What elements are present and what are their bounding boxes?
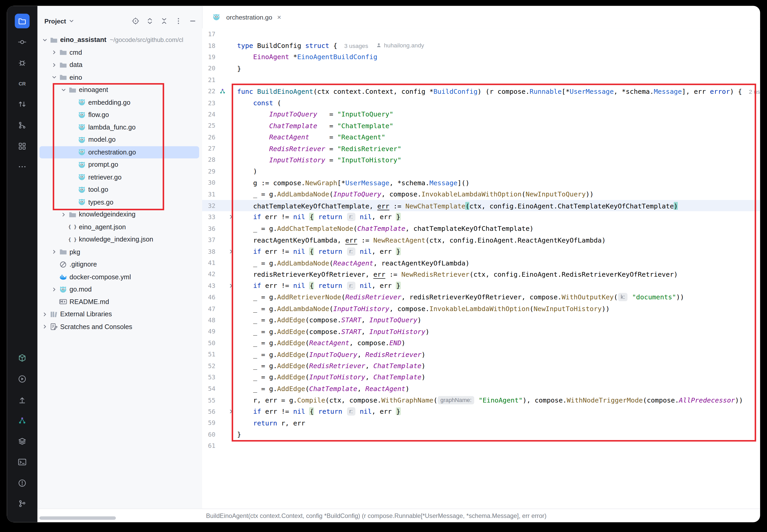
tree-item-cmd[interactable]: cmd: [39, 46, 199, 59]
project-panel-title[interactable]: Project: [44, 17, 66, 25]
line-number[interactable]: 22: [202, 88, 215, 95]
line-number[interactable]: 60: [202, 431, 215, 438]
line-number[interactable]: 41: [202, 259, 215, 267]
tree-item-gitignore[interactable]: .gitignore: [39, 258, 199, 271]
fold-expand-icon[interactable]: [228, 214, 233, 220]
line-number[interactable]: 48: [202, 316, 215, 324]
code-line-42[interactable]: 42 redisRetrieverKeyOfRetriever, err := …: [202, 269, 760, 280]
eino-graph-gutter-icon[interactable]: [219, 88, 226, 94]
line-number[interactable]: 46: [202, 293, 215, 301]
fold-expand-icon[interactable]: [228, 249, 233, 254]
line-number[interactable]: 47: [202, 305, 215, 312]
fold-expand-icon[interactable]: [228, 409, 233, 414]
tree-item-lambda-func-go[interactable]: lambda_func.go: [39, 121, 199, 134]
tree-item-external-libraries[interactable]: External Libraries: [39, 308, 199, 320]
chevron-down-icon[interactable]: [69, 18, 75, 24]
code-line-43[interactable]: 43 if err != nil { return r: nil, err }: [202, 280, 760, 292]
line-number[interactable]: 21: [202, 76, 215, 83]
tree-item-readme-md[interactable]: README.md: [39, 296, 199, 308]
expand-all-icon[interactable]: [145, 17, 154, 26]
more-tools-icon[interactable]: [15, 159, 30, 174]
code-line-18[interactable]: 18type BuildConfig struct {3 usageshuhai…: [202, 40, 760, 51]
line-number[interactable]: 52: [202, 362, 215, 369]
line-number[interactable]: 18: [202, 42, 215, 49]
line-number[interactable]: 24: [202, 110, 215, 118]
tree-item-einoagent[interactable]: einoagent: [39, 84, 199, 96]
line-number[interactable]: 28: [202, 156, 215, 164]
tree-horizontal-scrollbar[interactable]: [39, 516, 116, 520]
chevron-down-icon[interactable]: [40, 36, 49, 44]
chevron-down-icon[interactable]: [59, 86, 68, 94]
line-number[interactable]: 20: [202, 65, 215, 72]
code-line-41[interactable]: 41 _ = g.AddLambdaNode(ReactAgent, react…: [202, 257, 760, 269]
collapse-all-icon[interactable]: [160, 17, 169, 26]
debug-tool-icon[interactable]: [15, 55, 30, 70]
code-line-23[interactable]: 23 const (: [202, 97, 760, 108]
tree-item-eino[interactable]: eino: [39, 71, 199, 84]
parameter-hint-inlay[interactable]: r:: [347, 247, 355, 256]
parameter-hint-inlay[interactable]: r:: [347, 282, 355, 290]
line-number[interactable]: 30: [202, 179, 215, 186]
parameter-hint-inlay[interactable]: r:: [347, 213, 355, 221]
chevron-right-icon[interactable]: [40, 310, 49, 318]
tree-item-prompt-go[interactable]: prompt.go: [39, 158, 199, 171]
code-line-24[interactable]: 24 InputToQuery = "InputToQuery": [202, 108, 760, 120]
select-opened-file-icon[interactable]: [131, 17, 140, 26]
code-line-28[interactable]: 28 InputToHistory = "InputToHistory": [202, 154, 760, 166]
code-line-56[interactable]: 56 if err != nil { return r: nil, err }: [202, 406, 760, 417]
terminal-tool-icon[interactable]: [15, 455, 30, 469]
tree-item-knowledgeindexing[interactable]: knowledgeindexing: [39, 208, 199, 221]
hide-panel-icon[interactable]: [188, 17, 197, 26]
line-number[interactable]: 19: [202, 53, 215, 61]
line-number[interactable]: 55: [202, 396, 215, 404]
line-number[interactable]: 32: [202, 202, 215, 209]
code-line-20[interactable]: 20}: [202, 63, 760, 74]
code-line-36[interactable]: 36 _ = g.AddChatTemplateNode(ChatTemplat…: [202, 223, 760, 234]
line-number[interactable]: 53: [202, 374, 215, 381]
code-line-50[interactable]: 50 _ = g.AddEdge(ReactAgent, compose.END…: [202, 337, 760, 349]
line-number[interactable]: 29: [202, 168, 215, 175]
line-number[interactable]: 50: [202, 339, 215, 347]
commit-push-tool-icon[interactable]: [15, 392, 30, 407]
chevron-down-icon[interactable]: [50, 73, 59, 81]
run-tool-icon[interactable]: [15, 372, 30, 386]
line-number[interactable]: 31: [202, 190, 215, 198]
code-line-38[interactable]: 38 if err != nil { return r: nil, err }: [202, 246, 760, 257]
line-number[interactable]: 36: [202, 225, 215, 232]
tree-item-model-go[interactable]: model.go: [39, 133, 199, 146]
code-line-31[interactable]: 31 _ = g.AddLambdaNode(InputToQuery, com…: [202, 188, 760, 200]
options-menu-icon[interactable]: [174, 17, 183, 26]
tree-item-data[interactable]: data: [39, 59, 199, 71]
line-number[interactable]: 26: [202, 133, 215, 141]
structure-tool-icon[interactable]: [15, 139, 30, 153]
tree-item-flow-go[interactable]: flow.go: [39, 109, 199, 121]
line-number[interactable]: 25: [202, 122, 215, 129]
version-control-tool-icon[interactable]: [15, 497, 30, 511]
line-number[interactable]: 23: [202, 99, 215, 106]
line-number[interactable]: 56: [202, 408, 215, 415]
line-number[interactable]: 42: [202, 271, 215, 278]
parameter-hint-inlay[interactable]: k:: [618, 293, 628, 301]
code-line-46[interactable]: 46 _ = g.AddRetrieverNode(RedisRetriever…: [202, 292, 760, 303]
chevron-right-icon[interactable]: [50, 286, 59, 293]
problems-tool-icon[interactable]: [15, 476, 30, 490]
pull-requests-tool-icon[interactable]: [15, 97, 30, 112]
chevron-right-icon[interactable]: [59, 211, 68, 218]
line-number[interactable]: 37: [202, 236, 215, 244]
code-line-32[interactable]: 32 chatTemplateKeyOfChatTemplate, err :=…: [202, 200, 760, 211]
code-line-21[interactable]: 21: [202, 74, 760, 85]
code-line-49[interactable]: 49 _ = g.AddEdge(compose.START, InputToH…: [202, 326, 760, 337]
code-line-29[interactable]: 29 ): [202, 166, 760, 177]
tree-item-go-mod[interactable]: go.mod: [39, 283, 199, 296]
line-number[interactable]: 43: [202, 282, 215, 289]
services-tool-icon[interactable]: [15, 434, 30, 449]
tree-item-orchestration-go[interactable]: orchestration.go: [39, 146, 199, 158]
code-line-60[interactable]: 60}: [202, 429, 760, 440]
code-line-53[interactable]: 53 _ = g.AddEdge(InputToHistory, ChatTem…: [202, 372, 760, 383]
line-number[interactable]: 54: [202, 385, 215, 392]
parameter-hint-inlay[interactable]: graphName:: [438, 396, 474, 404]
tree-item-types-go[interactable]: types.go: [39, 196, 199, 208]
code-line-47[interactable]: 47 _ = g.AddLambdaNode(InputToHistory, c…: [202, 303, 760, 314]
tree-item-eino-assistant[interactable]: eino_assistant~/gocode/src/github.com/cl: [39, 34, 199, 46]
code-line-59[interactable]: 59 return r, err: [202, 417, 760, 429]
